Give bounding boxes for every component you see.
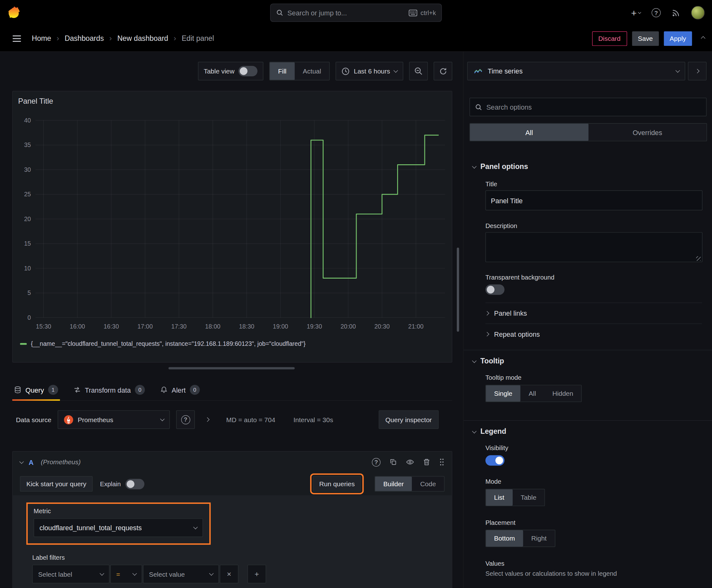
fill-option[interactable]: Fill <box>270 62 295 80</box>
help-icon[interactable]: ? <box>652 8 661 17</box>
chevron-right-icon[interactable] <box>205 417 209 422</box>
panel-title[interactable]: Panel Title <box>13 91 452 110</box>
select-value-placeholder: Select value <box>149 570 185 578</box>
section-divider <box>464 350 712 350</box>
discard-button[interactable]: Discard <box>592 31 627 45</box>
explain-switch[interactable] <box>125 479 145 489</box>
collapse-options-button[interactable] <box>688 62 706 80</box>
legend-visibility-switch[interactable] <box>486 455 504 465</box>
search-shortcut-label: ctrl+k <box>421 9 436 16</box>
tab-all[interactable]: All <box>470 123 588 141</box>
apply-button[interactable]: Apply <box>664 31 692 45</box>
tooltip-hidden-option[interactable]: Hidden <box>544 385 581 402</box>
tab-transform[interactable]: Transform data 0 <box>71 379 147 400</box>
legend-section[interactable]: Legend <box>473 426 712 437</box>
mode-list-option[interactable]: List <box>486 489 513 506</box>
menu-toggle-icon[interactable] <box>13 34 22 43</box>
code-option[interactable]: Code <box>412 477 444 491</box>
drag-handle-icon[interactable] <box>439 458 445 466</box>
datasource-help-button[interactable]: ? <box>176 410 195 429</box>
query-inspector-button[interactable]: Query inspector <box>379 410 438 429</box>
select-label-dropdown[interactable]: Select label <box>33 565 110 583</box>
tooltip-single-option[interactable]: Single <box>486 385 520 402</box>
main-scrollbar[interactable] <box>457 248 459 332</box>
breadcrumb-dashboards[interactable]: Dashboards <box>65 34 104 42</box>
collapse-header-button[interactable] <box>702 37 705 40</box>
mode-label: Mode <box>486 478 702 485</box>
breadcrumb-new-dashboard[interactable]: New dashboard <box>117 34 168 42</box>
panel-title-input[interactable] <box>486 190 702 210</box>
repeat-options-label: Repeat options <box>494 331 540 338</box>
transparent-bg-switch[interactable] <box>486 284 504 295</box>
run-queries-button[interactable]: Run queries <box>313 476 361 491</box>
mode-table-option[interactable]: Table <box>512 489 544 506</box>
label-filters-label: Label filters <box>33 554 452 561</box>
duplicate-icon[interactable] <box>390 458 397 465</box>
hide-query-eye-icon[interactable] <box>406 458 414 465</box>
operator-dropdown[interactable]: = <box>110 565 142 583</box>
transform-icon <box>73 386 81 393</box>
query-help-icon[interactable]: ? <box>372 458 381 466</box>
user-avatar[interactable] <box>691 6 705 19</box>
svg-text:25: 25 <box>24 191 31 197</box>
table-view-label: Table view <box>204 67 235 75</box>
select-label-placeholder: Select label <box>38 570 72 578</box>
tooltip-section[interactable]: Tooltip <box>473 356 712 367</box>
chevron-down-icon <box>132 571 137 575</box>
datasource-name: Prometheus <box>78 416 113 423</box>
visualization-picker[interactable]: Time series <box>467 62 685 80</box>
title-field-label: Title <box>486 180 702 188</box>
query-builder-body: Metric cloudflared_tunnel_total_requests… <box>13 495 452 588</box>
builder-option[interactable]: Builder <box>375 477 412 491</box>
time-range-picker[interactable]: Last 6 hours <box>336 62 403 80</box>
global-search[interactable]: Search or jump to... ctrl+k <box>270 4 442 22</box>
tab-overrides[interactable]: Overrides <box>588 123 707 141</box>
grafana-logo[interactable] <box>7 6 21 19</box>
query-ref-id[interactable]: A <box>28 458 34 466</box>
add-filter-button[interactable]: + <box>247 565 266 583</box>
chart-legend[interactable]: {__name__="cloudflared_tunnel_total_requ… <box>20 340 306 347</box>
placement-bottom-option[interactable]: Bottom <box>486 530 523 547</box>
tab-alert[interactable]: Alert 0 <box>158 379 201 400</box>
svg-text:18:30: 18:30 <box>239 323 254 330</box>
panel-description-input[interactable] <box>486 232 702 262</box>
title-field: Title <box>486 180 702 210</box>
tooltip-all-option[interactable]: All <box>520 385 544 402</box>
query-toolbar: Kick start your query Explain Run querie… <box>13 472 452 495</box>
placement-right-option[interactable]: Right <box>523 530 555 547</box>
select-value-dropdown[interactable]: Select value <box>143 565 219 583</box>
legend-label[interactable]: {__name__="cloudflared_tunnel_total_requ… <box>31 340 305 347</box>
tab-query[interactable]: Query 1 <box>12 379 60 400</box>
actual-option[interactable]: Actual <box>295 62 329 80</box>
save-button[interactable]: Save <box>632 31 659 45</box>
table-view-switch[interactable] <box>239 66 258 76</box>
fill-actual-group: Fill Actual <box>269 62 330 80</box>
remove-filter-button[interactable]: × <box>220 565 238 583</box>
panel-links-section[interactable]: Panel links <box>486 302 702 323</box>
transparent-bg-label: Transparent background <box>486 274 702 281</box>
chevron-down-icon[interactable] <box>19 459 24 464</box>
datasource-picker[interactable]: Prometheus <box>58 410 170 429</box>
svg-text:10: 10 <box>24 265 31 272</box>
breadcrumb-home[interactable]: Home <box>32 34 51 42</box>
kick-start-button[interactable]: Kick start your query <box>20 476 93 491</box>
svg-text:40: 40 <box>24 117 31 124</box>
panel-options-section[interactable]: Panel options <box>473 161 712 172</box>
add-menu-button[interactable]: + <box>631 8 641 17</box>
metric-value: cloudflared_tunnel_total_requests <box>40 524 142 532</box>
options-search[interactable] <box>470 98 707 116</box>
datasource-label: Data source <box>16 416 51 423</box>
delete-query-trash-icon[interactable] <box>423 458 430 465</box>
resize-handle[interactable] <box>169 367 295 370</box>
table-view-toggle[interactable]: Table view <box>198 62 263 80</box>
news-feed-icon[interactable] <box>671 8 680 17</box>
time-series-chart[interactable]: 051015202530354015:3016:0016:3017:0017:3… <box>13 112 451 339</box>
breadcrumb-separator: › <box>57 34 59 43</box>
repeat-options-section[interactable]: Repeat options <box>486 323 702 344</box>
svg-text:5: 5 <box>27 289 31 296</box>
options-search-input[interactable] <box>486 103 701 111</box>
refresh-button[interactable] <box>434 62 452 80</box>
legend-mode-group: List Table <box>486 489 545 506</box>
metric-select[interactable]: cloudflared_tunnel_total_requests <box>34 518 203 537</box>
zoom-out-button[interactable] <box>409 62 428 80</box>
